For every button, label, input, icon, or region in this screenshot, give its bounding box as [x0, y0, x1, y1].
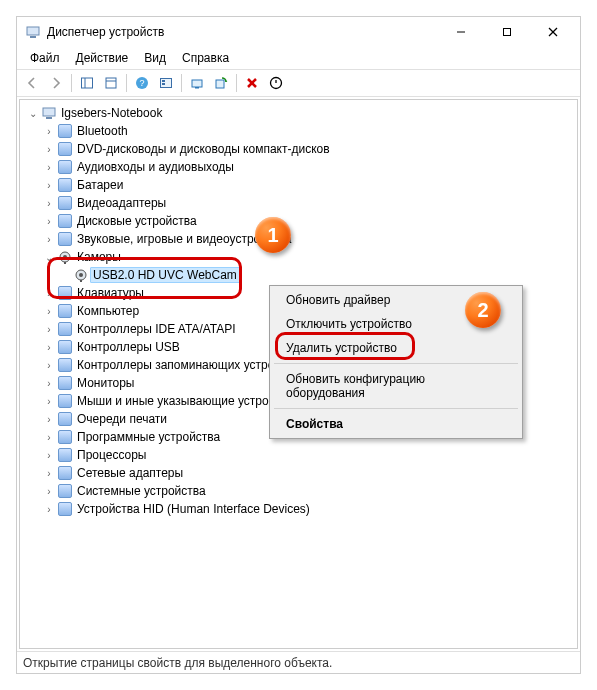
tree-item[interactable]: ›Батареи — [22, 176, 575, 194]
tree-item[interactable]: ›Процессоры — [22, 446, 575, 464]
chevron-right-icon[interactable]: › — [42, 430, 56, 444]
chevron-down-icon[interactable]: ⌄ — [26, 106, 40, 120]
chevron-right-icon[interactable]: › — [42, 466, 56, 480]
tree-item-label: Контроллеры IDE ATA/ATAPI — [77, 322, 236, 336]
tree-item[interactable]: ›Bluetooth — [22, 122, 575, 140]
annotation-callout-1: 1 — [255, 217, 291, 253]
toolbar-view-button[interactable] — [155, 72, 177, 94]
chevron-right-icon[interactable]: › — [42, 502, 56, 516]
camera-icon — [73, 267, 89, 283]
app-icon — [25, 24, 41, 40]
device-category-icon — [57, 393, 73, 409]
tree-item-label: Мыши и иные указывающие устройства — [77, 394, 300, 408]
device-category-icon — [57, 285, 73, 301]
minimize-button[interactable] — [438, 17, 484, 47]
menu-view[interactable]: Вид — [137, 49, 173, 67]
svg-rect-8 — [106, 78, 116, 88]
chevron-right-icon[interactable]: › — [42, 304, 56, 318]
toolbar-disable-button[interactable] — [265, 72, 287, 94]
toolbar-properties-button[interactable] — [100, 72, 122, 94]
menu-file[interactable]: Файл — [23, 49, 67, 67]
menu-action[interactable]: Действие — [69, 49, 136, 67]
svg-rect-28 — [80, 280, 82, 282]
svg-rect-15 — [192, 80, 202, 87]
device-category-icon — [57, 141, 73, 157]
titlebar: Диспетчер устройств — [17, 17, 580, 47]
svg-text:?: ? — [139, 78, 144, 88]
chevron-right-icon[interactable]: › — [42, 214, 56, 228]
chevron-right-icon[interactable]: › — [42, 196, 56, 210]
device-category-icon — [57, 123, 73, 139]
device-category-icon — [57, 375, 73, 391]
chevron-right-icon[interactable]: › — [42, 448, 56, 462]
chevron-right-icon[interactable]: › — [42, 232, 56, 246]
device-category-icon — [57, 501, 73, 517]
device-category-icon — [57, 231, 73, 247]
tree-item-label: Клавиатуры — [77, 286, 144, 300]
tree-item[interactable]: ›Устройства HID (Human Interface Devices… — [22, 500, 575, 518]
device-category-icon — [57, 447, 73, 463]
svg-rect-0 — [27, 27, 39, 35]
nav-back-button[interactable] — [21, 72, 43, 94]
close-button[interactable] — [530, 17, 576, 47]
tree-item[interactable]: ›Аудиовходы и аудиовыходы — [22, 158, 575, 176]
svg-rect-13 — [162, 80, 165, 82]
computer-icon — [41, 105, 57, 121]
tree-item-label: Процессоры — [77, 448, 147, 462]
device-category-icon — [57, 159, 73, 175]
tree-item-label: Компьютер — [77, 304, 139, 318]
tree-item[interactable]: ›Дисковые устройства — [22, 212, 575, 230]
chevron-right-icon[interactable]: › — [42, 124, 56, 138]
device-category-icon — [57, 303, 73, 319]
chevron-right-icon[interactable]: › — [42, 178, 56, 192]
tree-item-label: Очереди печати — [77, 412, 167, 426]
nav-forward-button[interactable] — [45, 72, 67, 94]
tree-item[interactable]: ›DVD-дисководы и дисководы компакт-диско… — [22, 140, 575, 158]
ctx-uninstall-device[interactable]: Удалить устройство — [272, 336, 520, 360]
menu-help[interactable]: Справка — [175, 49, 236, 67]
svg-rect-3 — [504, 29, 511, 36]
device-category-icon — [57, 339, 73, 355]
toolbar-update-button[interactable] — [186, 72, 208, 94]
tree-cameras-child[interactable]: USB2.0 HD UVC WebCam — [22, 266, 575, 284]
tree-item[interactable]: ›Системные устройства — [22, 482, 575, 500]
chevron-right-icon[interactable]: › — [42, 160, 56, 174]
ctx-separator — [274, 408, 518, 409]
tree-item-label: Мониторы — [77, 376, 134, 390]
menubar: Файл Действие Вид Справка — [17, 47, 580, 69]
device-category-icon — [57, 465, 73, 481]
chevron-down-icon[interactable]: ⌄ — [42, 250, 56, 264]
chevron-right-icon[interactable]: › — [42, 322, 56, 336]
chevron-right-icon[interactable]: › — [42, 376, 56, 390]
chevron-right-icon[interactable]: › — [42, 142, 56, 156]
tree-item-label: Дисковые устройства — [77, 214, 197, 228]
toolbar-show-hide-button[interactable] — [76, 72, 98, 94]
status-text: Открытие страницы свойств для выделенног… — [23, 656, 332, 670]
ctx-scan-hardware[interactable]: Обновить конфигурацию оборудования — [272, 367, 520, 405]
tree-root-label: Igsebers-Notebook — [61, 106, 162, 120]
toolbar-scan-button[interactable] — [210, 72, 232, 94]
maximize-button[interactable] — [484, 17, 530, 47]
chevron-right-icon[interactable]: › — [42, 412, 56, 426]
tree-cameras-label: Камеры — [77, 250, 121, 264]
chevron-right-icon[interactable]: › — [42, 484, 56, 498]
chevron-right-icon[interactable]: › — [42, 340, 56, 354]
tree-item-label: Сетевые адаптеры — [77, 466, 183, 480]
tree-cameras[interactable]: ⌄ Камеры — [22, 248, 575, 266]
tree-item[interactable]: ›Видеоадаптеры — [22, 194, 575, 212]
chevron-right-icon[interactable]: › — [42, 358, 56, 372]
tree-item[interactable]: ›Звуковые, игровые и видеоустройства — [22, 230, 575, 248]
ctx-properties[interactable]: Свойства — [272, 412, 520, 436]
svg-rect-17 — [216, 80, 224, 88]
toolbar-help-button[interactable]: ? — [131, 72, 153, 94]
svg-rect-22 — [46, 117, 52, 119]
svg-rect-25 — [64, 262, 66, 264]
tree-root[interactable]: ⌄ Igsebers-Notebook — [22, 104, 575, 122]
tree-item-label: Bluetooth — [77, 124, 128, 138]
chevron-right-icon[interactable]: › — [42, 286, 56, 300]
tree-item-label: Батареи — [77, 178, 123, 192]
toolbar-uninstall-button[interactable] — [241, 72, 263, 94]
chevron-right-icon[interactable]: › — [42, 394, 56, 408]
tree-item[interactable]: ›Сетевые адаптеры — [22, 464, 575, 482]
svg-rect-14 — [162, 83, 165, 85]
